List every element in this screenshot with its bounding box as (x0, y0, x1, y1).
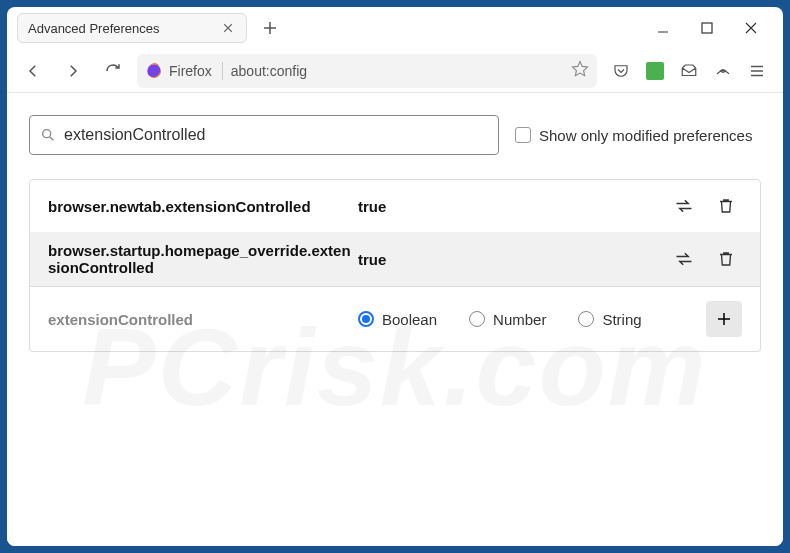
toolbar: Firefox about:config (7, 49, 783, 93)
menu-icon[interactable] (747, 61, 767, 81)
back-button[interactable] (17, 55, 49, 87)
browser-tab[interactable]: Advanced Preferences (17, 13, 247, 43)
search-icon (40, 127, 56, 143)
add-preference-row: extensionControlled Boolean Number Strin… (29, 287, 761, 352)
titlebar: Advanced Preferences (7, 7, 783, 49)
url-text: about:config (231, 63, 563, 79)
pocket-icon[interactable] (611, 61, 631, 81)
preference-row[interactable]: browser.startup.homepage_override.extens… (30, 232, 760, 286)
show-modified-label: Show only modified preferences (539, 127, 752, 144)
new-tab-button[interactable] (255, 13, 285, 43)
inbox-icon[interactable] (679, 61, 699, 81)
content: PCrisk.com Show only modified preference… (7, 93, 783, 546)
radio-icon[interactable] (578, 311, 594, 327)
show-modified-checkbox[interactable]: Show only modified preferences (515, 127, 752, 144)
close-tab-icon[interactable] (220, 20, 236, 36)
tab-title: Advanced Preferences (28, 21, 220, 36)
radio-icon[interactable] (358, 311, 374, 327)
extension-icon[interactable] (645, 61, 665, 81)
maximize-button[interactable] (699, 20, 715, 36)
preference-actions (668, 190, 742, 222)
toggle-icon (674, 196, 694, 216)
forward-button[interactable] (57, 55, 89, 87)
delete-button[interactable] (710, 243, 742, 275)
preference-value: true (358, 251, 668, 268)
delete-button[interactable] (710, 190, 742, 222)
toggle-icon (674, 249, 694, 269)
preference-name: browser.newtab.extensionControlled (48, 198, 358, 215)
type-string[interactable]: String (578, 311, 641, 328)
toggle-button[interactable] (668, 243, 700, 275)
preference-list: browser.newtab.extensionControlled true … (29, 179, 761, 287)
search-input[interactable] (64, 126, 488, 144)
type-boolean[interactable]: Boolean (358, 311, 437, 328)
toolbar-icons (605, 61, 773, 81)
search-row: Show only modified preferences (29, 115, 761, 155)
reload-button[interactable] (97, 55, 129, 87)
plus-icon (715, 310, 733, 328)
search-box[interactable] (29, 115, 499, 155)
url-identity: Firefox (145, 62, 223, 80)
trash-icon (717, 197, 735, 215)
toggle-button[interactable] (668, 190, 700, 222)
window-controls (655, 20, 759, 36)
preference-row[interactable]: browser.newtab.extensionControlled true (30, 180, 760, 232)
window: Advanced Preferences (7, 7, 783, 546)
window-close-button[interactable] (743, 20, 759, 36)
preference-name: browser.startup.homepage_override.extens… (48, 242, 358, 276)
trash-icon (717, 250, 735, 268)
url-identity-label: Firefox (169, 63, 212, 79)
type-number[interactable]: Number (469, 311, 546, 328)
url-bar[interactable]: Firefox about:config (137, 54, 597, 88)
svg-point-3 (43, 130, 51, 138)
account-icon[interactable] (713, 61, 733, 81)
svg-rect-0 (702, 23, 712, 33)
checkbox-icon[interactable] (515, 127, 531, 143)
radio-label: Number (493, 311, 546, 328)
radio-label: String (602, 311, 641, 328)
bookmark-star-icon[interactable] (571, 60, 589, 82)
radio-label: Boolean (382, 311, 437, 328)
minimize-button[interactable] (655, 20, 671, 36)
type-options: Boolean Number String (358, 311, 706, 328)
preference-value: true (358, 198, 668, 215)
preference-actions (668, 243, 742, 275)
radio-icon[interactable] (469, 311, 485, 327)
add-button[interactable] (706, 301, 742, 337)
add-preference-name: extensionControlled (48, 311, 358, 328)
firefox-logo-icon (145, 62, 163, 80)
